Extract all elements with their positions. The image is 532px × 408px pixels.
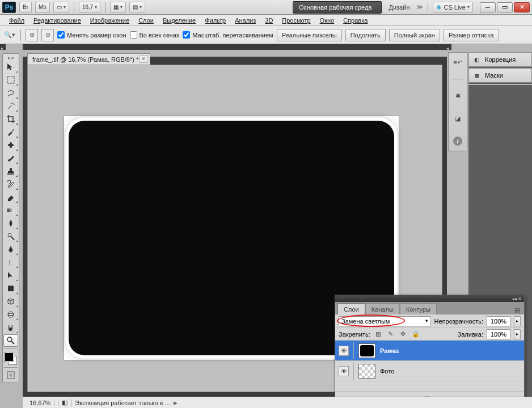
menu-help[interactable]: Справка — [339, 15, 372, 26]
lock-position-icon[interactable]: ✥ — [399, 330, 408, 339]
blur-tool[interactable] — [3, 217, 18, 230]
blend-mode-select[interactable]: Замена светлым — [339, 316, 431, 326]
layer-name[interactable]: Фото — [380, 368, 394, 375]
hand-tool[interactable] — [3, 321, 18, 334]
minimize-button[interactable]: ─ — [480, 2, 496, 12]
layer-row-1[interactable]: 👁 Рамка — [335, 341, 524, 361]
zoom-in-icon[interactable]: ⊕ — [26, 29, 38, 41]
shape-tool[interactable] — [3, 282, 18, 295]
panel-adjustments[interactable]: ◐ Коррекция — [468, 52, 532, 67]
status-menu-icon[interactable]: ▶ — [174, 400, 178, 406]
layer-visibility-icon[interactable]: 👁 — [339, 366, 349, 376]
workspace-design[interactable]: Дизайн — [385, 4, 413, 11]
maximize-button[interactable]: ▭ — [497, 2, 513, 12]
menu-view[interactable]: Просмотр — [277, 15, 315, 26]
lock-label: Закрепить: — [339, 331, 370, 338]
stamp-tool[interactable] — [3, 165, 18, 177]
layer-thumbnail[interactable] — [358, 364, 375, 379]
lock-pixels-icon[interactable]: ✎ — [386, 330, 395, 339]
history-brush-tool[interactable] — [3, 178, 18, 190]
3d-tool[interactable] — [3, 295, 18, 308]
pen-tool[interactable] — [3, 243, 18, 256]
titlebar: Ps Br Mb ▭ 16,7 ▦ ▤ Основная рабочая сре… — [0, 0, 532, 15]
eraser-tool[interactable] — [3, 191, 18, 203]
all-windows-check[interactable]: Во всех окнах — [130, 31, 180, 39]
fill-input[interactable]: 100% — [487, 329, 510, 339]
histogram-icon[interactable]: ◪ — [451, 112, 464, 125]
zoom-tool[interactable] — [3, 334, 18, 347]
lasso-tool[interactable] — [3, 87, 18, 99]
workspace-more-icon[interactable]: ≫ — [416, 3, 423, 11]
tab-close-icon[interactable]: ✕ — [140, 55, 147, 63]
menu-select[interactable]: Выделение — [158, 15, 200, 26]
tab-layers[interactable]: Слои — [337, 303, 365, 314]
tab-channels[interactable]: Каналы — [365, 303, 400, 314]
status-bar: 16,67% ◧ Экспозиция работает только в ..… — [23, 397, 532, 408]
wand-tool[interactable] — [3, 100, 18, 112]
fill-flyout[interactable]: ▸ — [514, 329, 521, 339]
workspace-primary[interactable]: Основная рабочая среда — [293, 1, 382, 14]
tools-grip[interactable]: ▸◂ — [8, 55, 14, 61]
fit-screen-button[interactable]: Подогнать — [345, 29, 386, 41]
menu-edit[interactable]: Редактирование — [29, 15, 86, 26]
marquee-tool[interactable] — [3, 74, 18, 86]
zoom-level-menu[interactable]: 16,7 — [79, 2, 100, 13]
brush-tool[interactable] — [3, 152, 18, 164]
extra-menu[interactable]: ▤ — [129, 2, 145, 13]
svg-rect-2 — [10, 142, 12, 148]
actual-pixels-button[interactable]: Реальные пикселы — [277, 29, 342, 41]
panel-masks[interactable]: ◙ Маски — [468, 68, 532, 83]
status-zoom[interactable]: 16,67% — [26, 400, 54, 406]
layer-row-2[interactable]: 👁 Фото — [335, 361, 524, 381]
scrubby-zoom-check[interactable]: Масштаб. перетаскиванием — [183, 31, 273, 39]
type-tool[interactable]: T — [3, 256, 18, 269]
lock-all-icon[interactable]: 🔒 — [411, 330, 420, 339]
color-swatches[interactable] — [3, 351, 18, 366]
eyedropper-tool[interactable] — [3, 126, 18, 138]
resize-windows-check[interactable]: Менять размер окон — [57, 31, 126, 39]
lock-transparent-icon[interactable]: ▨ — [374, 330, 383, 339]
navigator-icon[interactable]: ✱ — [451, 90, 464, 102]
full-screen-button[interactable]: Полный экран — [389, 29, 440, 41]
screen-mode-menu[interactable]: ▭ — [53, 2, 69, 13]
menu-file[interactable]: Файл — [5, 15, 29, 26]
right-dock-collapse[interactable] — [446, 44, 451, 50]
opacity-input[interactable]: 100% — [487, 316, 510, 326]
tab-paths[interactable]: Контуры — [400, 303, 437, 314]
arrange-docs-menu[interactable]: ▦ — [110, 2, 126, 13]
panel-titlebar[interactable]: ◂◂ ✕ — [335, 295, 524, 302]
bridge-button[interactable]: Br — [19, 2, 32, 13]
dodge-tool[interactable] — [3, 230, 18, 243]
layer-thumbnail[interactable] — [358, 343, 375, 358]
print-size-button[interactable]: Размер оттиска — [444, 29, 499, 41]
cslive-button[interactable]: ◉CS Live — [433, 2, 473, 13]
menu-layer[interactable]: Слои — [134, 15, 158, 26]
layer-visibility-icon[interactable]: 👁 — [339, 346, 349, 356]
fg-color-swatch[interactable] — [5, 352, 14, 362]
menu-window[interactable]: Окно — [315, 15, 339, 26]
move-tool[interactable] — [3, 61, 18, 73]
status-icon[interactable]: ◧ — [58, 399, 71, 406]
layer-name[interactable]: Рамка — [380, 347, 399, 354]
left-dock-collapse[interactable] — [0, 44, 6, 50]
gradient-tool[interactable] — [3, 204, 18, 216]
history-icon[interactable]: ≡↶ — [451, 56, 464, 69]
masks-icon: ◙ — [472, 71, 482, 80]
close-button[interactable]: ✕ — [514, 2, 530, 12]
crop-tool[interactable] — [3, 113, 18, 125]
menu-3d[interactable]: 3D — [260, 15, 277, 26]
minibridge-button[interactable]: Mb — [35, 2, 50, 13]
panel-menu-icon[interactable]: ▤ — [513, 305, 522, 314]
path-select-tool[interactable] — [3, 269, 18, 282]
3d-camera-tool[interactable] — [3, 308, 18, 321]
menu-filter[interactable]: Фильтр — [200, 15, 230, 26]
tool-preset-icon[interactable]: 🔍▾ — [3, 29, 16, 41]
zoom-out-icon[interactable]: ⊖ — [41, 29, 54, 41]
heal-tool[interactable] — [3, 139, 18, 151]
menu-analysis[interactable]: Анализ — [230, 15, 260, 26]
info-icon[interactable]: i — [451, 135, 464, 147]
document-tab[interactable]: frame_.tif @ 16,7% (Рамка, RGB/8*) * ✕ — [27, 53, 150, 65]
opacity-flyout[interactable]: ▸ — [514, 316, 521, 326]
quickmask-toggle[interactable] — [3, 369, 18, 381]
menu-image[interactable]: Изображение — [86, 15, 134, 26]
